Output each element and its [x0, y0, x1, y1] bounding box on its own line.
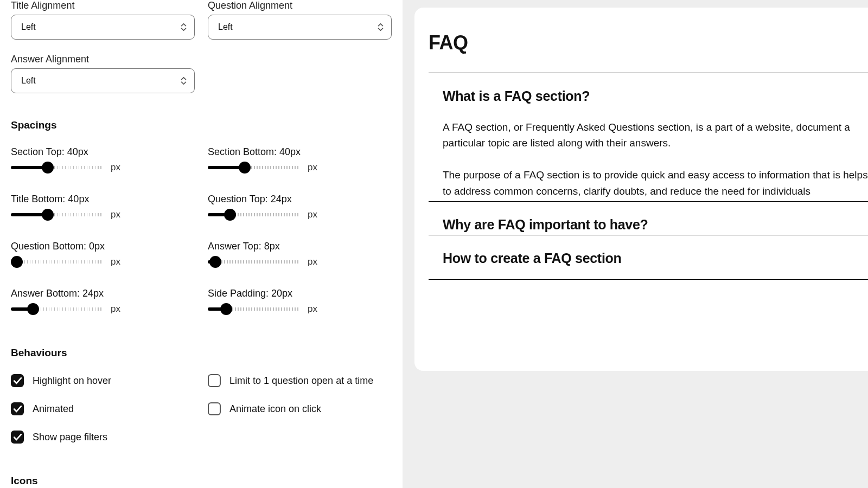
unit-label: px	[111, 304, 120, 314]
show-filters-checkbox[interactable]	[11, 431, 24, 444]
faq-question: What is a FAQ section?	[443, 88, 868, 104]
preview-panel: FAQ What is a FAQ section? A FAQ section…	[403, 0, 868, 488]
highlight-on-hover-label: Highlight on hover	[33, 375, 111, 387]
side-padding-label: Side Padding: 20px	[208, 288, 392, 299]
answer-top-label: Answer Top: 8px	[208, 241, 392, 252]
highlight-on-hover-checkbox[interactable]	[11, 374, 24, 387]
title-bottom-label: Title Bottom: 40px	[11, 194, 195, 205]
title-bottom-slider[interactable]	[11, 209, 103, 220]
unit-label: px	[308, 162, 317, 173]
limit-one-label: Limit to 1 question open at a time	[229, 375, 373, 387]
settings-panel: Title Alignment Left Question Alignment …	[0, 0, 403, 488]
preview-card: FAQ What is a FAQ section? A FAQ section…	[414, 8, 868, 371]
faq-item[interactable]: What is a FAQ section? A FAQ section, or…	[429, 73, 868, 201]
question-top-label: Question Top: 24px	[208, 194, 392, 205]
animate-icon-checkbox[interactable]	[208, 402, 221, 415]
unit-label: px	[308, 256, 317, 267]
unit-label: px	[111, 162, 120, 173]
limit-one-checkbox[interactable]	[208, 374, 221, 387]
question-bottom-slider[interactable]	[11, 256, 103, 267]
answer-alignment-value: Left	[21, 76, 36, 86]
question-alignment-select[interactable]: Left	[208, 15, 392, 40]
faq-question: Why are FAQ important to have?	[443, 217, 868, 233]
title-alignment-label: Title Alignment	[11, 0, 195, 11]
select-chevrons-icon	[378, 23, 384, 31]
animated-label: Animated	[33, 403, 74, 415]
animate-icon-label: Animate icon on click	[229, 403, 321, 415]
icons-heading: Icons	[11, 475, 392, 487]
faq-answer: A FAQ section, or Frequently Asked Quest…	[443, 104, 868, 199]
unit-label: px	[111, 209, 120, 220]
title-alignment-value: Left	[21, 22, 36, 32]
section-bottom-label: Section Bottom: 40px	[208, 146, 392, 158]
faq-item[interactable]: Why are FAQ important to have?	[429, 201, 868, 235]
animated-checkbox[interactable]	[11, 402, 24, 415]
select-chevrons-icon	[181, 23, 187, 31]
title-alignment-select[interactable]: Left	[11, 15, 195, 40]
question-alignment-label: Question Alignment	[208, 0, 392, 11]
side-padding-slider[interactable]	[208, 304, 300, 314]
unit-label: px	[308, 209, 317, 220]
answer-bottom-label: Answer Bottom: 24px	[11, 288, 195, 299]
answer-alignment-select[interactable]: Left	[11, 68, 195, 93]
section-top-slider[interactable]	[11, 162, 103, 173]
question-top-slider[interactable]	[208, 209, 300, 220]
answer-top-slider[interactable]	[208, 256, 300, 267]
answer-alignment-label: Answer Alignment	[11, 54, 195, 65]
select-chevrons-icon	[181, 77, 187, 85]
question-alignment-value: Left	[218, 22, 233, 32]
show-filters-label: Show page filters	[33, 432, 107, 443]
question-bottom-label: Question Bottom: 0px	[11, 241, 195, 252]
answer-bottom-slider[interactable]	[11, 304, 103, 314]
behaviours-heading: Behaviours	[11, 347, 392, 359]
section-top-label: Section Top: 40px	[11, 146, 195, 158]
section-bottom-slider[interactable]	[208, 162, 300, 173]
unit-label: px	[111, 256, 120, 267]
spacings-heading: Spacings	[11, 119, 392, 131]
faq-title: FAQ	[429, 31, 868, 54]
faq-item[interactable]: How to create a FAQ section	[429, 235, 868, 280]
faq-question: How to create a FAQ section	[443, 251, 868, 266]
unit-label: px	[308, 304, 317, 314]
